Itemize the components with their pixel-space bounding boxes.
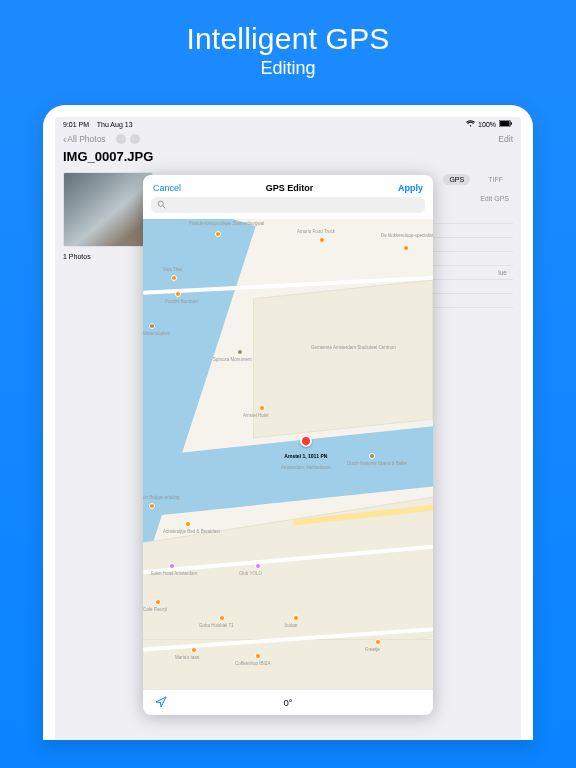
status-time: 9:01 PM xyxy=(63,121,89,128)
map-poi-label: De klokkendoop-specialist xyxy=(381,233,433,238)
status-date: Thu Aug 13 xyxy=(97,121,133,128)
tab-tiff[interactable]: TIFF xyxy=(482,174,509,185)
map-poi-label: Moa Thai xyxy=(163,267,182,272)
map-poi[interactable] xyxy=(293,615,299,621)
map-poi[interactable] xyxy=(169,563,175,569)
map-poi[interactable] xyxy=(259,405,265,411)
hero-title: Intelligent GPS xyxy=(186,22,389,56)
map-poi-label: Café Fleuryl xyxy=(143,607,167,612)
battery-percent: 100% xyxy=(478,121,496,128)
app-screen: 9:01 PM Thu Aug 13 100% ‹ All Ph xyxy=(55,117,521,740)
tab-gps[interactable]: GPS xyxy=(443,174,470,185)
cancel-button[interactable]: Cancel xyxy=(153,183,181,193)
map-poi-label: Waterlooplein xyxy=(143,331,170,336)
map-poi-label: Spinoza Monument xyxy=(213,357,252,362)
map-poi[interactable] xyxy=(191,647,197,653)
photo-count: 1 Photos xyxy=(63,253,153,260)
status-bar: 9:01 PM Thu Aug 13 100% xyxy=(55,117,521,131)
map-pin[interactable]: Amstel 1, 1011 PN Amsterdam, Netherlands xyxy=(281,435,331,470)
heading-value: 0° xyxy=(284,698,293,708)
search-icon xyxy=(157,200,166,211)
svg-point-3 xyxy=(158,201,163,206)
map-view[interactable]: Paardentangostokjes Zwanenburgwal Amorio… xyxy=(143,219,433,689)
svg-rect-1 xyxy=(500,121,510,126)
map-poi[interactable] xyxy=(319,237,325,243)
map-poi-label: Puccini Bomboni xyxy=(165,299,199,304)
map-poi-label: Actiekruijtje Bed & Breakfast xyxy=(163,529,220,534)
map-poi[interactable] xyxy=(171,275,177,281)
battery-icon xyxy=(499,120,513,128)
map-poi[interactable] xyxy=(255,563,261,569)
nav-action-1[interactable] xyxy=(116,134,126,144)
map-poi[interactable] xyxy=(155,599,161,605)
status-left: 9:01 PM Thu Aug 13 xyxy=(63,121,133,128)
back-button[interactable]: All Photos xyxy=(67,134,105,144)
nav-action-2[interactable] xyxy=(130,134,140,144)
map-poi[interactable] xyxy=(255,653,261,659)
status-right: 100% xyxy=(466,120,513,128)
map-poi[interactable] xyxy=(185,521,191,527)
pin-icon xyxy=(300,435,312,447)
map-poi[interactable] xyxy=(375,639,381,645)
map-poi-label: Maria's taart xyxy=(175,655,200,660)
map-poi[interactable] xyxy=(403,245,409,251)
svg-rect-2 xyxy=(511,122,512,125)
ipad-frame: 9:01 PM Thu Aug 13 100% ‹ All Ph xyxy=(43,105,533,740)
map-poi-label: on Budget ertaling xyxy=(143,495,180,500)
map-poi-label: Dutch National Opera & Ballet xyxy=(347,461,407,466)
map-poi-label: Coffeeshop IBIZA xyxy=(235,661,270,666)
nav-actions xyxy=(116,134,140,144)
map-poi-label: Amorio Food Truck xyxy=(297,229,335,234)
svg-line-4 xyxy=(163,205,165,207)
photo-thumbnail[interactable] xyxy=(63,172,153,247)
map-poi[interactable] xyxy=(237,349,243,355)
map-poi[interactable] xyxy=(149,503,155,509)
map-poi-label: Eden Hotel Amsterdam xyxy=(151,571,197,576)
map-poi[interactable] xyxy=(175,291,181,297)
apply-button[interactable]: Apply xyxy=(398,183,423,193)
map-poi[interactable] xyxy=(215,231,221,237)
map-poi-label: Icobar xyxy=(285,623,298,628)
map-poi-label: Club YOLO xyxy=(239,571,262,576)
map-poi-label: Paardentangostokjes Zwanenburgwal xyxy=(189,221,264,226)
map-poi[interactable] xyxy=(219,615,225,621)
edit-button[interactable]: Edit xyxy=(498,134,513,144)
modal-footer: 0° xyxy=(143,689,433,715)
modal-title: GPS Editor xyxy=(266,183,314,193)
map-poi[interactable] xyxy=(149,323,155,329)
pin-address-line1: Amstel 1, 1011 PN xyxy=(284,453,327,459)
nav-row: ‹ All Photos Edit xyxy=(55,131,521,147)
back-chevron-icon[interactable]: ‹ xyxy=(63,134,66,145)
search-input[interactable] xyxy=(151,197,425,213)
map-poi[interactable] xyxy=(369,453,375,459)
file-name: IMG_0007.JPG xyxy=(63,149,513,164)
wifi-icon xyxy=(466,120,475,128)
hero-subtitle: Editing xyxy=(260,58,315,79)
location-arrow-icon[interactable] xyxy=(155,696,167,710)
map-poi-label: Greetje xyxy=(365,647,380,652)
map-poi-label: Goba Huisbiel 71 xyxy=(199,623,234,628)
pin-address-line2: Amsterdam, Netherlands xyxy=(281,465,331,470)
gps-editor-modal: Cancel GPS Editor Apply xyxy=(143,175,433,715)
map-area-label: Gemeente Amsterdam Stadsdeel Centrum xyxy=(311,345,396,350)
map-poi-label: Amstel Hotel xyxy=(243,413,269,418)
